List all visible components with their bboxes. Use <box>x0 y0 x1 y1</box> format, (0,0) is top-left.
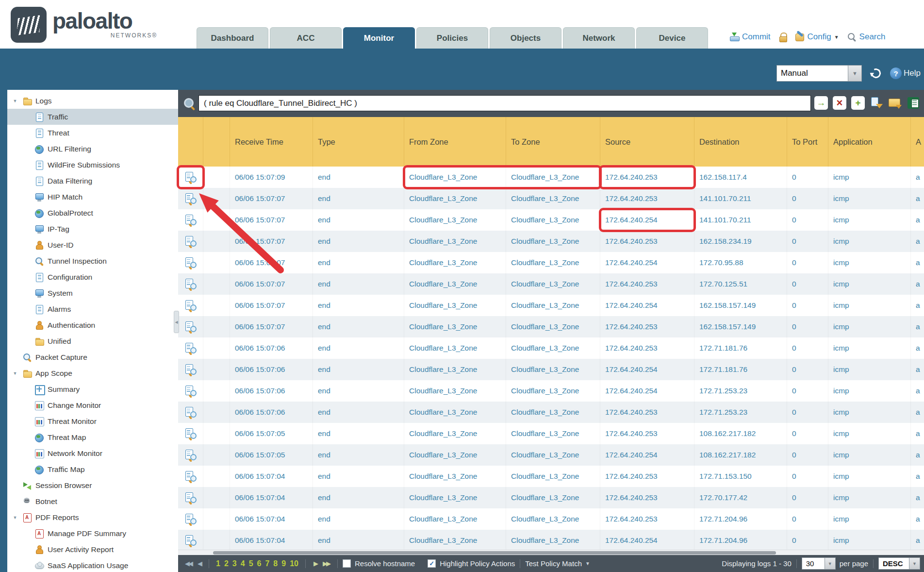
sidebar-item-logs[interactable]: ▼Logs <box>7 93 178 109</box>
cell-receive_time[interactable]: 06/06 15:07:07 <box>230 188 313 209</box>
cell-application[interactable]: icmp <box>828 231 911 252</box>
help-label[interactable]: Help <box>904 68 921 78</box>
sort-order-select[interactable]: DESC ▼ <box>878 557 920 570</box>
cell-to_zone[interactable]: Cloudflare_L3_Zone <box>506 380 600 402</box>
cell-application[interactable]: icmp <box>828 252 911 273</box>
cell-receive_time[interactable]: 06/06 15:07:06 <box>230 380 313 402</box>
horizontal-scrollbar-thumb[interactable] <box>213 551 776 555</box>
first-page-button[interactable]: ◀◀ <box>185 560 192 567</box>
cell-source[interactable]: 172.64.240.253 <box>600 231 694 252</box>
cell-destination[interactable]: 162.158.117.4 <box>694 167 787 188</box>
cell-to_zone[interactable]: Cloudflare_L3_Zone <box>506 423 600 444</box>
cell-from_zone[interactable]: Cloudflare_L3_Zone <box>404 466 506 487</box>
cell-application[interactable]: icmp <box>828 508 911 530</box>
cell-receive_time[interactable]: 06/06 15:07:07 <box>230 295 313 316</box>
sidebar-item-hip-match[interactable]: HIP Match <box>7 189 178 205</box>
cell-to_zone[interactable]: Cloudflare_L3_Zone <box>506 466 600 487</box>
log-detail-button[interactable] <box>178 231 203 252</box>
cell-from_zone[interactable]: Cloudflare_L3_Zone <box>404 508 506 530</box>
cell-destination[interactable]: 108.162.217.182 <box>694 423 787 444</box>
cell-receive_time[interactable]: 06/06 15:07:05 <box>230 444 313 466</box>
cell-to_port[interactable]: 0 <box>787 508 828 530</box>
cell-receive_time[interactable]: 06/06 15:07:07 <box>230 273 313 295</box>
page-number-5[interactable]: 5 <box>249 559 253 568</box>
log-filter-input[interactable] <box>198 95 811 111</box>
log-detail-button[interactable] <box>178 316 203 337</box>
cell-application[interactable]: icmp <box>828 295 911 316</box>
page-number-2[interactable]: 2 <box>224 559 229 568</box>
sidebar-item-alarms[interactable]: Alarms <box>7 301 178 317</box>
cell-destination[interactable]: 172.71.204.96 <box>694 530 787 550</box>
column-header-source[interactable]: Source <box>600 117 694 167</box>
cell-action[interactable]: a <box>911 359 924 380</box>
cell-source[interactable]: 172.64.240.253 <box>600 466 694 487</box>
load-filter-button[interactable] <box>888 96 902 110</box>
sidebar-item-traffic-map[interactable]: Traffic Map <box>7 461 178 477</box>
cell-destination[interactable]: 141.101.70.211 <box>694 209 787 231</box>
cell-from_zone[interactable]: Cloudflare_L3_Zone <box>404 231 506 252</box>
tab-device[interactable]: Device <box>636 27 708 49</box>
cell-from_zone[interactable]: Cloudflare_L3_Zone <box>404 423 506 444</box>
page-number-8[interactable]: 8 <box>273 559 278 568</box>
cell-destination[interactable]: 162.158.157.149 <box>694 295 787 316</box>
sidebar-item-network-monitor[interactable]: Network Monitor <box>7 445 178 461</box>
cell-to_zone[interactable]: Cloudflare_L3_Zone <box>506 530 600 550</box>
apply-filter-button[interactable]: → <box>814 96 828 110</box>
resolve-hostname-checkbox[interactable] <box>343 559 351 568</box>
sidebar-item-configuration[interactable]: Configuration <box>7 269 178 285</box>
tab-policies[interactable]: Policies <box>416 27 488 49</box>
sidebar-item-ip-tag[interactable]: IP-Tag <box>7 221 178 237</box>
cell-to_zone[interactable]: Cloudflare_L3_Zone <box>506 188 600 209</box>
sidebar-item-user-activity-report[interactable]: User Activity Report <box>7 541 178 557</box>
cell-source[interactable]: 172.64.240.253 <box>600 423 694 444</box>
cell-to_zone[interactable]: Cloudflare_L3_Zone <box>506 402 600 423</box>
cell-type[interactable]: end <box>313 423 404 444</box>
cell-to_port[interactable]: 0 <box>787 402 828 423</box>
cell-destination[interactable]: 172.70.95.88 <box>694 252 787 273</box>
cell-destination[interactable]: 141.101.70.211 <box>694 188 787 209</box>
cell-to_zone[interactable]: Cloudflare_L3_Zone <box>506 167 600 188</box>
cell-to_port[interactable]: 0 <box>787 316 828 337</box>
cell-action[interactable]: a <box>911 423 924 444</box>
column-header-application[interactable]: Application <box>828 117 911 167</box>
export-button[interactable] <box>907 96 920 110</box>
lock-icon[interactable] <box>778 32 787 42</box>
sidebar-item-summary[interactable]: Summary <box>7 381 178 397</box>
log-detail-button[interactable] <box>178 380 203 402</box>
sidebar-item-change-monitor[interactable]: Change Monitor <box>7 397 178 413</box>
cell-to_zone[interactable]: Cloudflare_L3_Zone <box>506 252 600 273</box>
cell-source[interactable]: 172.64.240.254 <box>600 530 694 550</box>
sidebar-item-threat-monitor[interactable]: Threat Monitor <box>7 413 178 429</box>
filter-builder-button[interactable] <box>870 96 883 110</box>
sidebar-item-data-filtering[interactable]: Data Filtering <box>7 173 178 189</box>
cell-receive_time[interactable]: 06/06 15:07:05 <box>230 423 313 444</box>
cell-from_zone[interactable]: Cloudflare_L3_Zone <box>404 273 506 295</box>
cell-action[interactable]: a <box>911 252 924 273</box>
cell-source[interactable]: 172.64.240.253 <box>600 508 694 530</box>
expander-triangle-icon[interactable]: ▼ <box>11 515 19 520</box>
last-page-button[interactable]: ▶▶ <box>323 560 330 567</box>
cell-receive_time[interactable]: 06/06 15:07:07 <box>230 231 313 252</box>
log-detail-button[interactable] <box>178 359 203 380</box>
page-number-4[interactable]: 4 <box>241 559 245 568</box>
cell-from_zone[interactable]: Cloudflare_L3_Zone <box>404 167 506 188</box>
cell-action[interactable]: a <box>911 402 924 423</box>
cell-type[interactable]: end <box>313 530 404 550</box>
search-button[interactable]: Search <box>847 32 886 42</box>
prev-page-button[interactable]: ◀ <box>198 560 201 567</box>
cell-type[interactable]: end <box>313 273 404 295</box>
add-filter-button[interactable]: + <box>851 96 865 110</box>
cell-to_port[interactable]: 0 <box>787 273 828 295</box>
cell-type[interactable]: end <box>313 508 404 530</box>
cell-to_port[interactable]: 0 <box>787 487 828 508</box>
cell-type[interactable]: end <box>313 231 404 252</box>
cell-action[interactable]: a <box>911 530 924 550</box>
cell-destination[interactable]: 172.70.177.42 <box>694 487 787 508</box>
cell-type[interactable]: end <box>313 295 404 316</box>
cell-receive_time[interactable]: 06/06 15:07:04 <box>230 487 313 508</box>
cell-source[interactable]: 172.64.240.253 <box>600 316 694 337</box>
cell-type[interactable]: end <box>313 359 404 380</box>
cell-source[interactable]: 172.64.240.253 <box>600 487 694 508</box>
commit-button[interactable]: Commit <box>729 32 771 42</box>
expander-triangle-icon[interactable]: ▼ <box>11 99 19 103</box>
